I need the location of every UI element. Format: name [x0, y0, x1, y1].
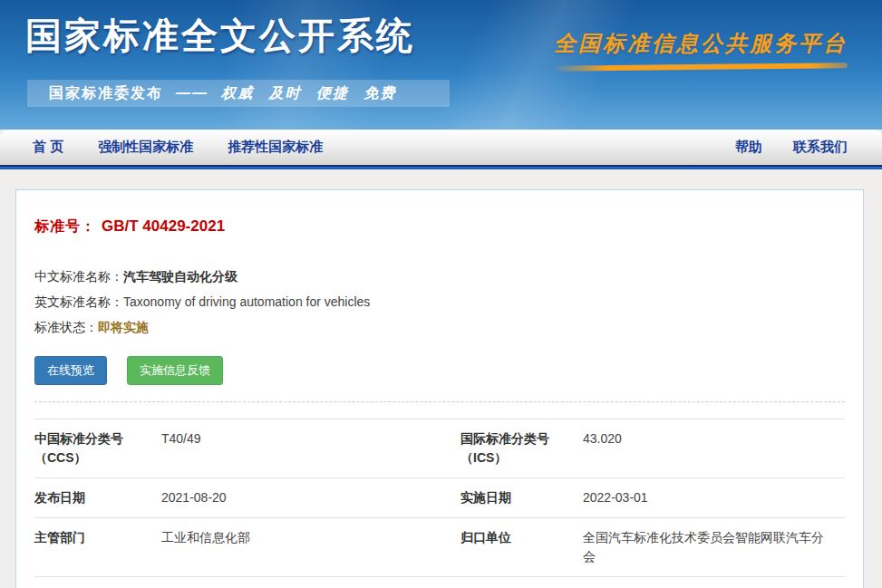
table-row: 发布日期 2021-08-20 实施日期 2022-03-01	[34, 478, 845, 518]
action-buttons: 在线预览 实施信息反馈	[34, 356, 845, 385]
en-name-value: Taxonomy of driving automation for vehic…	[123, 294, 370, 309]
ccs-label: 中国标准分类号（CCS）	[34, 429, 161, 468]
nav-left-group: 首 页 强制性国家标准 推荐性国家标准	[22, 139, 323, 156]
ics-value: 43.020	[583, 429, 845, 468]
nav-item-contact[interactable]: 联系我们	[793, 139, 848, 156]
slogan-text: 权威 及时 便捷 免费	[221, 84, 396, 103]
publisher-text: 国家标准委发布	[49, 84, 163, 103]
online-preview-button[interactable]: 在线预览	[34, 356, 107, 385]
standard-no-line: 标准号：GB/T 40429-2021	[34, 217, 845, 236]
dept-label: 主管部门	[34, 528, 161, 566]
cn-name-line: 中文标准名称：汽车驾驶自动化分级	[34, 264, 845, 289]
en-name-label: 英文标准名称：	[34, 294, 123, 309]
platform-title: 全国标准信息公共服务平台	[554, 29, 848, 70]
nav-item-help[interactable]: 帮助	[735, 139, 762, 156]
publish-date-value: 2021-08-20	[161, 488, 460, 507]
impl-date-value: 2022-03-01	[583, 488, 845, 507]
impl-date-label: 实施日期	[460, 488, 583, 507]
nav-item-home[interactable]: 首 页	[33, 139, 63, 156]
platform-title-text: 全国标准信息公共服务平台	[554, 29, 848, 58]
table-row: 主管部门 工业和信息化部 归口单位 全国汽车标准化技术委员会智能网联汽车分会	[34, 518, 845, 577]
ccs-value: T40/49	[161, 429, 460, 468]
nav-item-mandatory-standards[interactable]: 强制性国家标准	[98, 139, 193, 156]
ics-label: 国际标准分类号（ICS）	[460, 429, 583, 468]
table-row: 发布单位 国家市场监督管理总局、中国国家标准化管理委员会	[34, 577, 845, 588]
cn-name-value: 汽车驾驶自动化分级	[123, 269, 237, 284]
standard-detail-panel: 标准号：GB/T 40429-2021 中文标准名称：汽车驾驶自动化分级 英文标…	[15, 189, 864, 588]
dashed-divider	[34, 401, 845, 402]
content-area: 标准号：GB/T 40429-2021 中文标准名称：汽车驾驶自动化分级 英文标…	[0, 169, 882, 588]
cn-name-label: 中文标准名称：	[34, 269, 123, 284]
publisher-banner: 国家标准委发布 —— 权威 及时 便捷 免费	[27, 80, 450, 107]
site-header: 国家标准全文公开系统 国家标准委发布 —— 权威 及时 便捷 免费 全国标准信息…	[0, 0, 882, 130]
platform-underline-stroke	[554, 63, 848, 71]
status-value: 即将实施	[98, 320, 149, 334]
table-row: 中国标准分类号（CCS） T40/49 国际标准分类号（ICS） 43.020	[34, 419, 845, 478]
publish-date-label: 发布日期	[34, 488, 161, 507]
nav-item-recommended-standards[interactable]: 推荐性国家标准	[228, 139, 323, 156]
nav-right-group: 帮助 联系我们	[735, 139, 860, 156]
dash-decoration: ——	[176, 85, 208, 101]
dept-value: 工业和信息化部	[161, 528, 460, 566]
centralized-unit-label: 归口单位	[460, 528, 583, 566]
status-line: 标准状态：即将实施	[34, 314, 845, 340]
main-nav: 首 页 强制性国家标准 推荐性国家标准 帮助 联系我们	[0, 130, 882, 165]
status-label: 标准状态：	[34, 320, 98, 334]
standard-no-value: GB/T 40429-2021	[102, 217, 225, 235]
en-name-line: 英文标准名称：Taxonomy of driving automation fo…	[34, 289, 845, 314]
standard-meta: 中文标准名称：汽车驾驶自动化分级 英文标准名称：Taxonomy of driv…	[34, 264, 845, 340]
centralized-unit-value: 全国汽车标准化技术委员会智能网联汽车分会	[583, 528, 845, 566]
info-table: 中国标准分类号（CCS） T40/49 国际标准分类号（ICS） 43.020 …	[34, 419, 845, 588]
feedback-button[interactable]: 实施信息反馈	[127, 356, 223, 385]
standard-no-label: 标准号：	[34, 218, 96, 234]
site-title: 国家标准全文公开系统	[25, 11, 415, 61]
